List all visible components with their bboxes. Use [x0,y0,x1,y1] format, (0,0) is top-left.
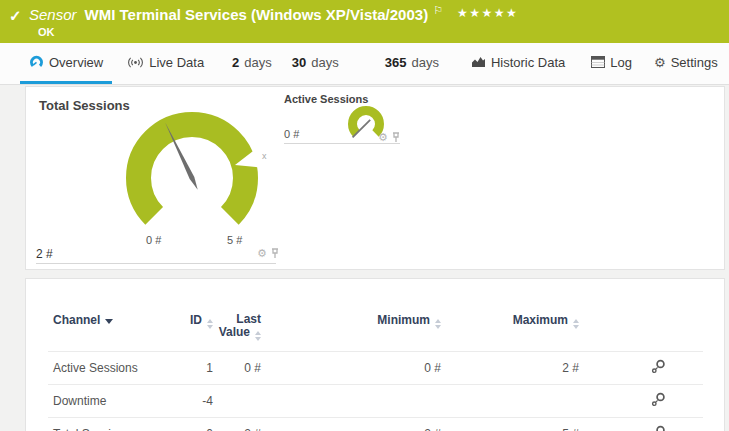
column-header-actions [579,299,703,352]
channel-actions-cell [579,385,703,418]
channel-maximum-cell [441,385,579,418]
tab-30-days-number: 30 [292,55,306,70]
tab-settings-label: Settings [671,55,718,70]
channel-name-cell: Active Sessions [48,352,168,385]
tab-live-data-label: Live Data [149,55,204,70]
channel-minimum-cell [261,385,441,418]
tab-365-days-number: 365 [385,55,407,70]
tab-2-days-number: 2 [232,55,239,70]
column-header-last-label: Last [236,312,261,326]
channel-last-value-cell: 0 # [213,352,261,385]
tab-overview[interactable]: Overview [20,43,112,84]
channel-name-cell: Total Sessions [48,418,168,431]
widget-gear-icon[interactable]: ⚙ [257,247,267,260]
sort-icon [435,319,441,329]
tab-365-days[interactable]: 365 days [376,43,448,84]
column-header-id[interactable]: ID [168,299,213,352]
total-sessions-divider [36,263,276,264]
column-header-maximum-label: Maximum [513,313,568,327]
channel-actions-cell [579,352,703,385]
channel-maximum-cell: 5 # [441,418,579,431]
flag-icon[interactable]: ⚐ [433,4,443,17]
tab-live-data[interactable]: Live Data [118,43,213,84]
column-header-id-label: ID [190,313,202,327]
channel-settings-icon[interactable] [651,359,666,374]
sensor-status-badge: OK [38,26,55,38]
tab-historic-data[interactable]: Historic Data [462,43,574,84]
tab-log-label: Log [610,55,632,70]
priority-stars[interactable]: ★★★★★ [457,6,518,20]
tab-2-days-label: days [244,55,271,70]
channel-id-cell: -4 [168,385,213,418]
tab-historic-data-label: Historic Data [491,55,565,70]
table-row-active-sessions[interactable]: Active Sessions 1 0 # 0 # 2 # [48,352,703,385]
sensor-title: WMI Terminal Services (Windows XP/Vista/… [85,6,429,23]
sort-descending-icon [105,319,113,324]
total-sessions-scale-max: 5 # [227,234,242,246]
tab-settings[interactable]: ⚙ Settings [645,43,727,84]
total-sessions-scale-min: 0 # [146,234,161,246]
gauge-icon [29,55,44,69]
channel-id-cell: 0 [168,418,213,431]
table-row-total-sessions[interactable]: Total Sessions 0 2 # 2 # 5 # [48,418,703,431]
gear-icon: ⚙ [654,55,666,70]
table-header-row: Channel ID Last Value Minimum Maximum [48,299,703,352]
tab-365-days-label: days [411,55,438,70]
channel-last-value-cell: 2 # [213,418,261,431]
widget-pin-icon[interactable] [392,132,400,143]
total-sessions-widget-tools: ⚙ [257,247,279,260]
total-sessions-value: 2 # [36,247,53,261]
channel-settings-icon[interactable] [651,425,666,431]
active-sessions-divider [284,143,400,144]
table-row-downtime[interactable]: Downtime -4 [48,385,703,418]
column-header-maximum[interactable]: Maximum [441,299,579,352]
sensor-header-bar: ✓ Sensor WMI Terminal Services (Windows … [0,0,729,43]
object-kind-label: Sensor [29,6,77,23]
channel-name-cell: Downtime [48,385,168,418]
active-sessions-value: 0 # [284,128,299,140]
log-icon [591,56,605,68]
column-header-channel[interactable]: Channel [48,299,168,352]
channel-minimum-cell: 2 # [261,418,441,431]
sort-icon [573,319,579,329]
total-sessions-gauge [112,102,272,228]
channel-minimum-cell: 0 # [261,352,441,385]
channel-actions-cell [579,418,703,431]
tab-overview-label: Overview [49,55,103,70]
tab-30-days-label: days [311,55,338,70]
column-header-channel-label: Channel [53,313,100,327]
tab-bar: Overview Live Data 2 days 30 days 365 da… [0,43,729,85]
channel-maximum-cell: 2 # [441,352,579,385]
overview-gauges-panel: Total Sessions x 0 # 5 # 2 # ⚙ Active Se… [25,86,725,270]
channel-settings-icon[interactable] [651,392,666,407]
status-check-icon: ✓ [9,7,22,25]
sort-icon [207,319,213,329]
chart-icon [471,56,486,68]
column-header-minimum[interactable]: Minimum [261,299,441,352]
channel-last-value-cell [213,385,261,418]
widget-pin-icon[interactable] [271,248,279,259]
channel-id-cell: 1 [168,352,213,385]
gauge-axis-marker: x [262,151,267,161]
column-header-minimum-label: Minimum [377,313,430,327]
sensor-title-row: Sensor WMI Terminal Services (Windows XP… [29,6,518,23]
channel-table-panel: Channel ID Last Value Minimum Maximum [25,278,725,431]
channel-table: Channel ID Last Value Minimum Maximum [48,299,703,431]
tab-2-days[interactable]: 2 days [223,43,281,84]
column-header-last-value[interactable]: Last Value [213,299,261,352]
sort-icon [255,331,261,341]
tab-log[interactable]: Log [582,43,641,84]
live-data-icon [127,56,144,69]
column-header-value-label: Value [219,325,250,339]
tab-30-days[interactable]: 30 days [283,43,348,84]
